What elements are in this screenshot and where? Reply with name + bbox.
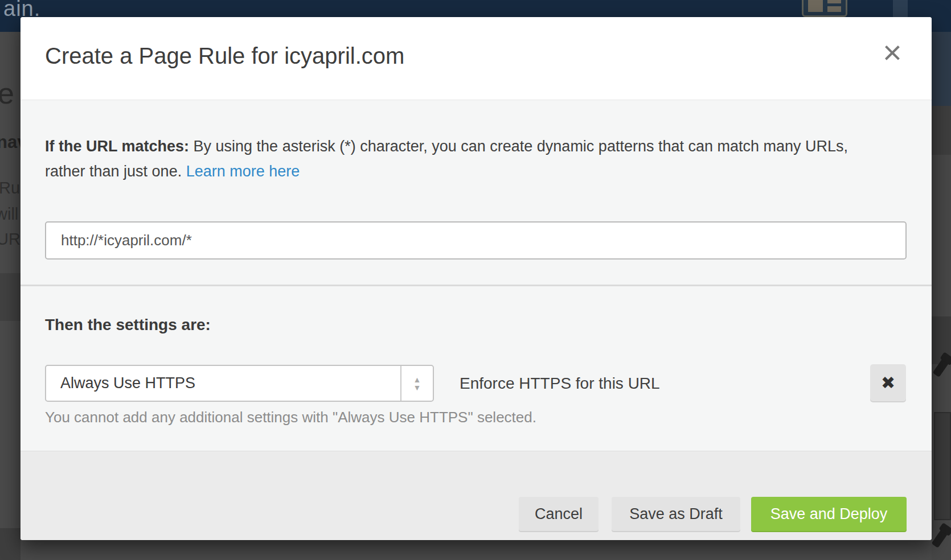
- setting-select[interactable]: Always Use HTTPS ▲ ▼: [45, 365, 434, 402]
- remove-x-icon: ✖: [881, 373, 895, 393]
- background-band: [934, 412, 951, 520]
- background-band: [0, 528, 21, 560]
- grid-view-icon: [808, 0, 823, 12]
- close-icon[interactable]: ×: [872, 34, 912, 74]
- background-band: [0, 273, 21, 321]
- section-divider: [21, 285, 932, 286]
- modal-title: Create a Page Rule for icyapril.com: [45, 43, 404, 69]
- setting-select-value: Always Use HTTPS: [46, 366, 400, 401]
- modal-footer: Cancel Save as Draft Save and Deploy: [21, 451, 932, 540]
- background-text-fragment: UR: [0, 230, 21, 249]
- settings-heading: Then the settings are:: [45, 316, 211, 334]
- url-match-description: If the URL matches: By using the asteris…: [45, 134, 885, 184]
- learn-more-link[interactable]: Learn more here: [186, 163, 300, 180]
- background-text-fragment: nav: [0, 132, 21, 153]
- url-match-label: If the URL matches:: [45, 138, 189, 155]
- select-stepper[interactable]: ▲ ▼: [400, 366, 433, 401]
- background-text-fragment: will: [0, 205, 18, 224]
- save-as-draft-button[interactable]: Save as Draft: [612, 497, 740, 531]
- background-band: [932, 32, 951, 106]
- wrench-icon: [932, 528, 949, 548]
- chevron-down-icon: ▼: [413, 384, 421, 391]
- background-right-page-edge: [932, 32, 951, 560]
- background-text-fragment: Ru: [0, 179, 20, 197]
- create-page-rule-modal: Create a Page Rule for icyapril.com × If…: [21, 17, 932, 540]
- background-band: [932, 106, 951, 155]
- modal-body: If the URL matches: By using the asteris…: [21, 101, 932, 451]
- remove-setting-button[interactable]: ✖: [870, 364, 906, 401]
- list-view-icon: [827, 0, 841, 12]
- setting-description: Enforce HTTPS for this URL: [460, 365, 660, 402]
- chevron-up-icon: ▲: [413, 376, 421, 383]
- background-nav-icon: [893, 0, 908, 19]
- layout-toggle-icon: [802, 0, 847, 17]
- background-text-fragment: e: [0, 76, 14, 110]
- url-pattern-input[interactable]: [45, 221, 907, 260]
- cancel-button[interactable]: Cancel: [519, 497, 599, 531]
- save-and-deploy-button[interactable]: Save and Deploy: [751, 497, 907, 531]
- setting-note: You cannot add any additional settings w…: [45, 409, 536, 426]
- modal-header: Create a Page Rule for icyapril.com ×: [21, 17, 932, 100]
- background-left-page-edge: e nav Ru will UR: [0, 32, 21, 560]
